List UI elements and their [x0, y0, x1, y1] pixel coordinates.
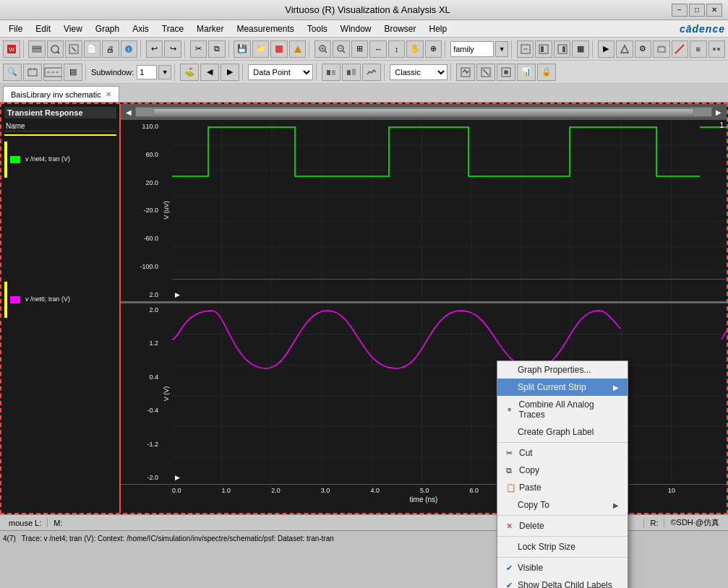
tb-icon-21[interactable]	[708, 40, 726, 58]
ctx-copy-to[interactable]: Copy To ▶	[497, 496, 628, 514]
trace-color-0	[10, 156, 20, 163]
tb2-icon-12[interactable]	[476, 64, 495, 81]
scroll-left-btn[interactable]: ◀	[124, 107, 134, 117]
graph-area: ◀ ▶ 110.0 60.0 20.0 -20.0 -60.0 -100.0 2…	[121, 104, 727, 513]
datapoint-select[interactable]: Data Point	[248, 64, 313, 80]
menu-tools[interactable]: Tools	[301, 22, 333, 35]
tb-icon-2[interactable]	[28, 40, 46, 58]
tb-icon-7[interactable]: i	[121, 40, 138, 58]
tb2-icon-6[interactable]: ◀	[200, 64, 219, 81]
tb2-icon-5[interactable]: ⛳	[180, 64, 199, 81]
tb-icon-10[interactable]: ⊕	[425, 40, 442, 58]
tb-icon-20[interactable]: ≡	[690, 40, 707, 58]
menu-edit[interactable]: Edit	[30, 22, 56, 35]
tb2-icon-9[interactable]	[342, 64, 361, 81]
family-value[interactable]: family	[450, 41, 494, 57]
tb2-icon-8[interactable]	[322, 64, 341, 81]
ctx-paste[interactable]: 📋 Paste	[497, 479, 628, 496]
ctx-copy[interactable]: ⧉ Copy	[497, 462, 628, 479]
family-dropdown-btn[interactable]: ▼	[495, 41, 508, 57]
tb2-icon-10[interactable]	[362, 64, 381, 81]
tb-icon-18[interactable]	[653, 40, 670, 58]
tb2-icon-4[interactable]: ▤	[64, 64, 82, 81]
menu-browser[interactable]: Browser	[379, 22, 422, 35]
tb-zoom-x[interactable]: ↔	[369, 40, 387, 58]
tb-icon-12[interactable]	[535, 40, 552, 58]
plot-strip-2[interactable]: ▶	[172, 303, 727, 485]
svg-point-47	[504, 70, 508, 74]
tb2-icon-14[interactable]: 📊	[517, 64, 536, 81]
subwindow-input[interactable]	[137, 65, 157, 79]
ctx-lock-strip-size[interactable]: Lock Strip Size	[497, 538, 628, 555]
tb-zoom-y[interactable]: ↕	[388, 40, 406, 58]
tb-icon-14[interactable]: ▦	[572, 40, 589, 58]
tb-icon-11[interactable]	[517, 40, 534, 58]
menu-marker[interactable]: Marker	[191, 22, 229, 35]
tb-icon-16[interactable]	[616, 40, 633, 58]
plot-strip-1[interactable]: ▶ 1	[172, 120, 727, 301]
tb-save[interactable]: 💾	[234, 40, 251, 58]
ctx-split-current-strip[interactable]: Split Current Strip ▶	[497, 379, 628, 396]
classic-select[interactable]: Classic	[390, 64, 447, 80]
svg-text:i: i	[129, 46, 130, 53]
menu-measurements[interactable]: Measurements	[231, 22, 299, 35]
tb2-icon-11[interactable]	[456, 64, 475, 81]
tab-close-0[interactable]: ✕	[106, 90, 111, 98]
tb-sep-5	[309, 40, 312, 58]
menu-file[interactable]: File	[3, 22, 28, 35]
tb-icon-15[interactable]: ▶	[598, 40, 615, 58]
ctx-show-delta[interactable]: ✔ Show Delta Child Labels	[497, 576, 628, 588]
tb2-icon-2[interactable]	[23, 64, 42, 81]
close-button[interactable]: ✕	[706, 4, 722, 17]
tb-cut[interactable]: ✂	[190, 40, 207, 58]
menu-trace[interactable]: Trace	[156, 22, 189, 35]
ctx-combine-analog[interactable]: ⚬ Combine All Analog Traces	[497, 396, 628, 423]
subwindow-dropdown[interactable]: ▼	[158, 65, 171, 79]
tb-zoom-fit[interactable]: ⊞	[351, 40, 369, 58]
ctx-cut[interactable]: ✂ Cut	[497, 444, 628, 462]
tb2-sep-3	[242, 64, 245, 81]
tb-copy[interactable]: ⧉	[208, 40, 226, 58]
x-tick-3: 3.0	[321, 487, 330, 494]
tb-undo[interactable]: ↩	[146, 40, 163, 58]
ctx-label-lock: Lock Strip Size	[518, 542, 575, 552]
ctx-delete[interactable]: ✕ Delete	[497, 517, 628, 535]
tb-icon-1[interactable]: W	[3, 40, 20, 58]
minimize-button[interactable]: −	[672, 4, 688, 17]
tb-icon-13[interactable]	[554, 40, 571, 58]
ctx-label-delta: Show Delta Child Labels	[518, 580, 612, 588]
tb2-icon-1[interactable]: 🔍	[3, 64, 22, 81]
menu-window[interactable]: Window	[335, 22, 377, 35]
tb-icon-17[interactable]: ⚙	[635, 40, 652, 58]
tb2-icon-13[interactable]	[497, 64, 515, 81]
tb-icon-3[interactable]	[47, 40, 64, 58]
tb2-icon-15[interactable]: 🔒	[537, 64, 556, 81]
tb-redo[interactable]: ↪	[164, 40, 181, 58]
menu-axis[interactable]: Axis	[127, 22, 155, 35]
ctx-visible[interactable]: ✔ Visible	[497, 559, 628, 576]
svg-rect-26	[658, 47, 665, 52]
tb-sep-6	[445, 40, 447, 58]
scroll-right-btn[interactable]: ▶	[714, 107, 724, 117]
tab-0[interactable]: BaisLibrary inv schematic ✕	[3, 86, 119, 102]
tb-open[interactable]: 📁	[252, 40, 270, 58]
tb-icon-4[interactable]	[65, 40, 82, 58]
ctx-create-graph-label[interactable]: Create Graph Label	[497, 423, 628, 441]
tb-zoom-in[interactable]	[314, 40, 332, 58]
tb2-icon-7[interactable]: ▶	[220, 64, 239, 81]
menu-help[interactable]: Help	[424, 22, 453, 35]
tb-icon-9[interactable]	[289, 40, 307, 58]
scroll-track[interactable]	[135, 107, 712, 117]
maximize-button[interactable]: □	[689, 4, 705, 17]
tb-icon-6[interactable]: 🖨	[102, 40, 119, 58]
menu-graph[interactable]: Graph	[90, 22, 125, 35]
tb-icon-8[interactable]	[270, 40, 288, 58]
menu-view[interactable]: View	[58, 22, 88, 35]
tb2-icon-3[interactable]	[43, 64, 62, 81]
tb-icon-5[interactable]: 📄	[84, 40, 101, 58]
ctx-graph-properties[interactable]: Graph Properties...	[497, 361, 628, 379]
tb-pan[interactable]: ✋	[406, 40, 424, 58]
tb-icon-19[interactable]	[672, 40, 689, 58]
tb-zoom-out[interactable]	[333, 40, 350, 58]
svg-line-13	[325, 51, 327, 53]
